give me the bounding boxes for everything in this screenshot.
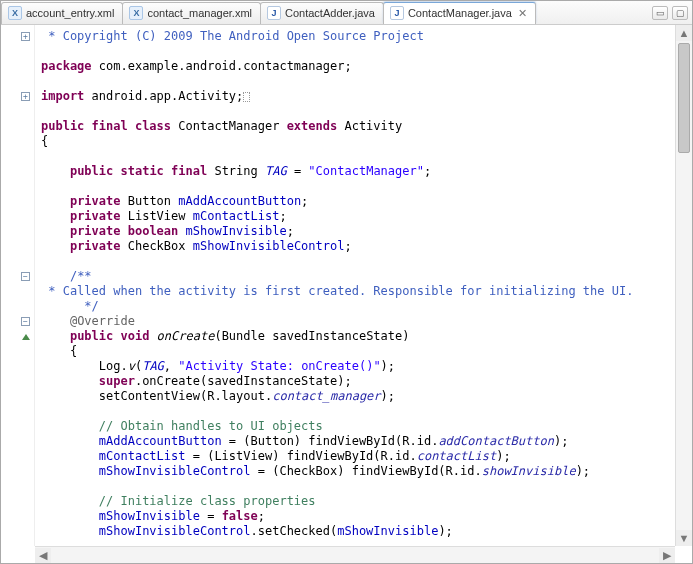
vertical-scrollbar[interactable]: ▲ ▼ <box>675 25 692 546</box>
fold-expand-icon[interactable]: + <box>21 32 30 41</box>
scroll-right-icon[interactable]: ▶ <box>659 548 675 563</box>
scroll-left-icon[interactable]: ◀ <box>35 548 51 563</box>
tab-label: ContactManager.java <box>408 7 512 19</box>
scroll-down-icon[interactable]: ▼ <box>676 530 692 546</box>
editor-area: + + − − * Copyright (C) 2009 The Android… <box>1 25 692 546</box>
close-icon[interactable]: ✕ <box>518 7 527 20</box>
tab-contact-adder[interactable]: JContactAdder.java <box>260 2 384 24</box>
fold-collapse-icon[interactable]: − <box>21 317 30 326</box>
horizontal-scrollbar[interactable]: ◀ ▶ <box>35 546 675 563</box>
xml-file-icon: X <box>129 6 143 20</box>
scroll-up-icon[interactable]: ▲ <box>676 25 692 41</box>
tab-label: account_entry.xml <box>26 7 114 19</box>
tab-contact-manager-java[interactable]: JContactManager.java✕ <box>383 2 536 24</box>
tab-bar: Xaccount_entry.xml Xcontact_manager.xml … <box>1 1 692 25</box>
tab-account-entry[interactable]: Xaccount_entry.xml <box>1 2 123 24</box>
minimize-button[interactable]: ▭ <box>652 6 668 20</box>
java-file-icon: J <box>267 6 281 20</box>
fold-collapse-icon[interactable]: − <box>21 272 30 281</box>
override-marker-icon[interactable] <box>22 334 30 340</box>
code-editor[interactable]: * Copyright (C) 2009 The Android Open So… <box>35 25 675 546</box>
tab-contact-manager-xml[interactable]: Xcontact_manager.xml <box>122 2 261 24</box>
tab-label: contact_manager.xml <box>147 7 252 19</box>
collapsed-indicator-icon <box>243 92 250 102</box>
gutter: + + − − <box>1 25 35 546</box>
tab-label: ContactAdder.java <box>285 7 375 19</box>
tab-controls: ▭ ▢ <box>652 6 692 20</box>
code-text: * Copyright (C) 2009 The Android Open So… <box>41 29 424 43</box>
scroll-thumb[interactable] <box>678 43 690 153</box>
java-file-icon: J <box>390 6 404 20</box>
xml-file-icon: X <box>8 6 22 20</box>
maximize-button[interactable]: ▢ <box>672 6 688 20</box>
fold-expand-icon[interactable]: + <box>21 92 30 101</box>
